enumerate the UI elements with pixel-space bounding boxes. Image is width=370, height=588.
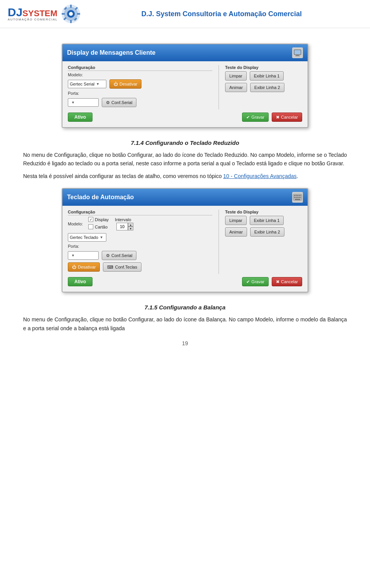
dialog2-intervalo-spinner: ▲ ▼ bbox=[116, 223, 133, 230]
dialog2-bottom-row: Ativo ✔ Gravar ✖ Cancelar bbox=[68, 277, 302, 286]
svg-rect-22 bbox=[294, 197, 295, 198]
dialog2-display-label: Display bbox=[95, 217, 109, 222]
section1-heading: 7.1.4 Configurando o Teclado Reduzido bbox=[23, 139, 347, 146]
dialog2-action-row: ⏻ Desativar ⌨ Conf.Teclas bbox=[68, 262, 212, 272]
dialog2-cancelar-button[interactable]: ✖ Cancelar bbox=[272, 277, 302, 286]
dialog1-divider bbox=[219, 65, 219, 109]
section1-link[interactable]: 10 - Configurações Avançadas bbox=[223, 173, 296, 179]
dialog1-porta-select[interactable]: ▼ bbox=[68, 98, 99, 107]
dialog1-title: Display de Mensagens Cliente bbox=[67, 49, 155, 56]
dialog1-body: Configuração Modelo: Gertec Serial ▼ ⏻ bbox=[62, 61, 308, 127]
dialog2-cartao-label: Cartão bbox=[95, 225, 108, 229]
svg-rect-24 bbox=[297, 197, 298, 198]
dialog1-wrapper: Display de Mensagens Cliente Configuraçã… bbox=[23, 44, 347, 128]
dialog2-cartao-check-row: Cartão bbox=[88, 224, 109, 229]
dialog1-right: Teste do Display Limpar Exibir Linha 1 bbox=[225, 65, 302, 94]
dialog1-ativo-button[interactable]: Ativo bbox=[68, 113, 92, 122]
dialog2-porta-select-row: ▼ ⚙ Conf.Serial bbox=[68, 251, 212, 260]
dialog1-modelo-row: Modelo: bbox=[68, 72, 212, 77]
dialog2-modelo-select[interactable]: Gertec Teclado ▼ bbox=[68, 233, 106, 242]
svg-rect-25 bbox=[299, 197, 300, 198]
dialog2-divider bbox=[219, 210, 219, 274]
logo-sub: AUTOMAÇÃO COMERCIAL bbox=[8, 18, 58, 21]
dialog2-intervalo-input[interactable] bbox=[116, 223, 128, 230]
svg-rect-21 bbox=[300, 195, 301, 196]
dialog1-exibir-linha1-button[interactable]: Exibir Linha 1 bbox=[250, 71, 284, 81]
section2: 7.1.5 Configurando a Balança No menu de … bbox=[23, 304, 347, 333]
svg-rect-13 bbox=[296, 55, 299, 55]
dialog1-porta-select-row: ▼ ⚙ Conf.Serial bbox=[68, 98, 212, 107]
dialog2: Teclado de Automação bbox=[62, 188, 308, 292]
header-title: D.J. System Consultoria e Automação Come… bbox=[81, 10, 362, 18]
dialog1-animar-button[interactable]: Animar bbox=[225, 83, 247, 92]
dialog2-modelo-label: Modelo: bbox=[68, 222, 85, 226]
dialog2-ativo-button[interactable]: Ativo bbox=[68, 277, 92, 286]
chevron-down-icon2: ▼ bbox=[71, 101, 75, 104]
svg-rect-26 bbox=[300, 197, 301, 198]
dialog1-porta-row: Porta: bbox=[68, 91, 212, 96]
dialog1-gravar-button[interactable]: ✔ Gravar bbox=[242, 113, 269, 122]
dialog1-desativar-button[interactable]: ⏻ Desativar bbox=[109, 79, 141, 89]
dialog2-config-label: Configuração bbox=[68, 210, 212, 215]
dialog2-right: Teste do Display Limpar Exibir Linha 1 bbox=[225, 210, 302, 239]
power-icon: ⏻ bbox=[114, 82, 118, 86]
dialog1-config-label: Configuração bbox=[68, 65, 212, 71]
dialog1-exibir-linha2-button[interactable]: Exibir Linha 2 bbox=[250, 83, 284, 92]
spinner-up-btn[interactable]: ▲ bbox=[128, 223, 133, 227]
dialog2-cartao-checkbox[interactable] bbox=[88, 224, 93, 229]
keyboard-icon2: ⌨ bbox=[107, 265, 113, 270]
dialog2-checkboxes: ✓ Display Cartão bbox=[88, 217, 109, 231]
dialog2-titlebar: Teclado de Automação bbox=[62, 189, 308, 206]
section2-paragraph1: No menu de Configuração, clique no botão… bbox=[23, 315, 347, 333]
dialog2-intervalo-label: Intervalo bbox=[115, 217, 131, 222]
dialog2-porta-select[interactable]: ▼ bbox=[68, 251, 99, 260]
spinner-down-btn[interactable]: ▼ bbox=[128, 227, 133, 230]
dialog2-porta-label: Porta: bbox=[68, 244, 85, 249]
svg-rect-6 bbox=[62, 13, 65, 15]
dialog2-desativar-button[interactable]: ⏻ Desativar bbox=[68, 262, 100, 272]
dialog2-conf-teclas-button[interactable]: ⌨ Conf.Teclas bbox=[103, 262, 141, 272]
dialog1-bottom-row: Ativo ✔ Gravar ✖ Cancelar bbox=[68, 113, 302, 122]
dialog2-exibir-linha2-button[interactable]: Exibir Linha 2 bbox=[250, 227, 284, 237]
dialog2-animar-button[interactable]: Animar bbox=[225, 227, 247, 237]
section1-paragraph1: No menu de Configuração, clique no botão… bbox=[23, 151, 347, 168]
dialog2-display-checkbox[interactable]: ✓ bbox=[88, 217, 93, 222]
svg-rect-19 bbox=[297, 195, 298, 196]
dialog2-gravar-button[interactable]: ✔ Gravar bbox=[242, 277, 269, 286]
dialog1-modelo-select-row: Gertec Serial ▼ ⏻ Desativar bbox=[68, 79, 212, 89]
page-number: 19 bbox=[23, 340, 347, 346]
page-content: Display de Mensagens Cliente Configuraçã… bbox=[0, 28, 370, 354]
dialog1-porta-label: Porta: bbox=[68, 91, 85, 96]
section1: 7.1.4 Configurando o Teclado Reduzido No… bbox=[23, 139, 347, 180]
dialog2-title: Teclado de Automação bbox=[67, 194, 134, 201]
svg-rect-20 bbox=[299, 195, 300, 196]
check-icon: ✔ bbox=[246, 115, 250, 120]
dialog1-modelo-select[interactable]: Gertec Serial ▼ bbox=[68, 80, 106, 88]
dialog2-body: Configuração Modelo: ✓ Display bbox=[62, 206, 308, 292]
dialog2-exibir-linha1-button[interactable]: Exibir Linha 1 bbox=[250, 216, 284, 225]
dialog1-cancelar-button[interactable]: ✖ Cancelar bbox=[272, 113, 302, 122]
dialog1-left: Configuração Modelo: Gertec Serial ▼ ⏻ bbox=[68, 65, 212, 109]
svg-rect-4 bbox=[70, 5, 72, 8]
dialog2-limpar-button[interactable]: Limpar bbox=[225, 216, 247, 225]
dialog2-conf-serial-button[interactable]: ⚙ Conf.Serial bbox=[102, 251, 136, 260]
dialog1-titlebar: Display de Mensagens Cliente bbox=[62, 44, 308, 61]
dialog1-teste-label: Teste do Display bbox=[225, 65, 302, 70]
monitor-icon bbox=[293, 49, 302, 57]
dialog2-teste-label: Teste do Display bbox=[225, 210, 302, 214]
svg-rect-7 bbox=[77, 13, 80, 15]
svg-rect-18 bbox=[296, 195, 297, 196]
svg-rect-14 bbox=[295, 55, 300, 56]
dialog2-modelo-select-row: Gertec Teclado ▼ bbox=[68, 233, 212, 242]
dialog2-display-check-row: ✓ Display bbox=[88, 217, 109, 222]
logo-system: SYSTEM bbox=[22, 8, 57, 18]
settings-icon: ⚙ bbox=[106, 100, 110, 105]
dialog1-limpar-button[interactable]: Limpar bbox=[225, 71, 247, 81]
dialog2-test-row2: Animar Exibir Linha 2 bbox=[225, 227, 302, 237]
dialog2-porta-row: Porta: bbox=[68, 244, 212, 249]
power-icon2: ⏻ bbox=[72, 265, 76, 269]
dialog1-conf-serial-button[interactable]: ⚙ Conf.Serial bbox=[102, 98, 136, 107]
section2-heading: 7.1.5 Configurando a Balança bbox=[23, 304, 347, 311]
svg-rect-27 bbox=[295, 199, 300, 200]
dialog2-action-buttons: ✔ Gravar ✖ Cancelar bbox=[242, 277, 302, 286]
